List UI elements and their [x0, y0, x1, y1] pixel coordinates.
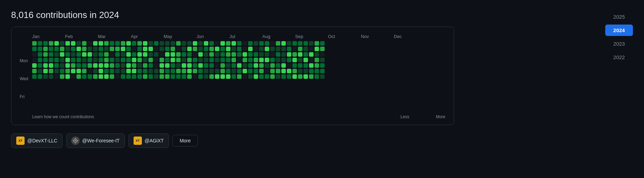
year-btn-2025[interactable]: 2025	[605, 11, 633, 22]
day-cell	[104, 69, 109, 73]
day-cell	[287, 69, 291, 73]
day-cell	[143, 69, 147, 73]
org-icon-2: XT	[134, 137, 142, 145]
day-cell	[148, 47, 153, 51]
day-cell	[143, 63, 147, 68]
day-cell	[99, 69, 103, 73]
day-cell	[71, 63, 75, 68]
day-cell	[171, 63, 175, 68]
day-cell	[270, 74, 275, 79]
day-cell	[54, 47, 59, 51]
day-cell	[126, 52, 131, 57]
org-badge-2[interactable]: XT@AGiXT	[128, 133, 169, 148]
day-cell	[209, 74, 214, 79]
day-cell	[292, 69, 297, 73]
day-cell	[276, 69, 280, 73]
day-cell	[49, 52, 53, 57]
day-cell	[160, 47, 164, 51]
day-cell	[232, 63, 236, 68]
day-cell	[104, 58, 109, 62]
day-cell	[220, 69, 225, 73]
day-cell	[281, 74, 286, 79]
day-cell	[254, 58, 258, 62]
day-cell	[259, 41, 264, 46]
day-cell	[243, 52, 247, 57]
day-cell	[303, 52, 308, 57]
day-cell	[76, 63, 81, 68]
day-cell	[287, 58, 291, 62]
day-cell	[182, 74, 186, 79]
day-cell	[49, 63, 53, 68]
month-label-aug: Aug	[262, 34, 295, 39]
org-badge-0[interactable]: XT@DevXT-LLC	[11, 133, 63, 148]
day-cell	[110, 69, 114, 73]
day-cell	[93, 74, 98, 79]
day-cell	[115, 58, 120, 62]
day-cell	[121, 41, 125, 46]
day-cell	[38, 69, 42, 73]
day-cell	[198, 74, 203, 79]
day-cell	[115, 41, 120, 46]
day-cell	[154, 47, 158, 51]
week-col	[198, 41, 203, 110]
day-cell	[132, 47, 136, 51]
day-cell	[237, 47, 242, 51]
day-cell	[104, 74, 109, 79]
day-cell	[292, 52, 297, 57]
week-col	[220, 41, 225, 110]
more-button[interactable]: More	[172, 135, 198, 147]
day-cell	[132, 58, 136, 62]
day-cell	[292, 47, 297, 51]
day-cell	[193, 47, 197, 51]
day-cell	[154, 41, 158, 46]
org-badge-1[interactable]: @We-Foresee-IT	[66, 133, 125, 148]
year-btn-2022[interactable]: 2022	[605, 51, 633, 63]
week-col	[209, 41, 214, 110]
day-cell	[148, 74, 153, 79]
year-btn-2024[interactable]: 2024	[605, 25, 633, 36]
day-cell	[38, 41, 42, 46]
day-cell	[187, 47, 192, 51]
legend-l4	[430, 115, 434, 119]
day-cell	[132, 63, 136, 68]
day-label: x	[20, 101, 30, 110]
week-col	[32, 41, 37, 110]
day-cell	[187, 69, 192, 73]
week-col	[303, 41, 308, 110]
day-cell	[237, 74, 242, 79]
day-cell	[232, 52, 236, 57]
day-cell	[88, 41, 92, 46]
learn-link[interactable]: Learn how we count contributions	[32, 114, 94, 119]
day-cell	[287, 47, 291, 51]
day-cell	[176, 52, 181, 57]
week-col	[193, 41, 197, 110]
week-col	[137, 41, 142, 110]
week-col	[60, 41, 64, 110]
day-cell	[104, 63, 109, 68]
day-cell	[281, 52, 286, 57]
day-cell	[315, 69, 319, 73]
day-cell	[226, 58, 230, 62]
day-cell	[137, 58, 142, 62]
day-cell	[54, 52, 59, 57]
week-col	[215, 41, 219, 110]
day-cell	[71, 69, 75, 73]
year-btn-2023[interactable]: 2023	[605, 38, 633, 49]
day-cell	[32, 63, 37, 68]
month-label-mar: Mar	[98, 34, 131, 39]
day-cell	[204, 69, 208, 73]
day-cell	[215, 58, 219, 62]
day-cell	[248, 52, 253, 57]
day-cell	[303, 41, 308, 46]
week-col	[298, 41, 302, 110]
week-col	[243, 41, 247, 110]
week-col	[110, 41, 114, 110]
day-cell	[270, 52, 275, 57]
day-cell	[176, 58, 181, 62]
day-cell	[187, 58, 192, 62]
day-cell	[65, 41, 70, 46]
legend-l3	[424, 115, 428, 119]
day-cell	[232, 58, 236, 62]
week-col	[281, 41, 286, 110]
day-cell	[276, 52, 280, 57]
